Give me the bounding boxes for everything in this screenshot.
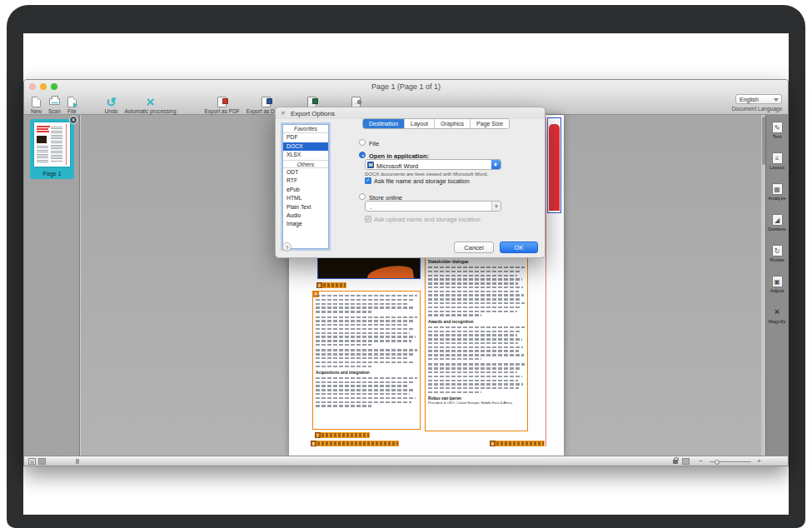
- zoom-slider[interactable]: [710, 461, 751, 462]
- paragraph: [316, 295, 417, 313]
- dialog-title: Export Options: [291, 110, 335, 117]
- tool-rotate[interactable]: ↻ Rotate: [766, 238, 788, 269]
- export-pdf-button[interactable]: → Export as PDF: [202, 93, 243, 115]
- tool-adjust[interactable]: ▣ Adjust: [766, 269, 788, 300]
- automatic-processing-button[interactable]: × Automatic processing: [121, 93, 179, 115]
- zoom-slider-thumb[interactable]: [715, 460, 720, 465]
- adjust-icon: ▣: [772, 276, 783, 287]
- dialog-close-icon[interactable]: ✕: [281, 110, 286, 117]
- paragraph: [316, 316, 417, 346]
- format-item-audio[interactable]: Audio: [283, 212, 328, 220]
- zone-tag-7[interactable]: 7: [315, 432, 370, 438]
- tab-layout[interactable]: Layout: [405, 119, 435, 128]
- dialog-title-bar: ✕ Export Options: [276, 107, 545, 119]
- others-header: Others: [283, 160, 328, 168]
- tool-analyze[interactable]: ▦ Analyze: [766, 177, 788, 207]
- zoom-in-button[interactable]: +: [757, 456, 761, 466]
- page-fold-line: [545, 117, 546, 446]
- zoom-out-button[interactable]: −: [699, 456, 703, 466]
- format-item-pdf[interactable]: PDF: [283, 133, 328, 142]
- zone-tag-9[interactable]: 9: [490, 441, 545, 446]
- store-online-radio[interactable]: [359, 193, 366, 200]
- paragraph: [428, 363, 525, 393]
- word-app-icon: W: [367, 162, 374, 168]
- text-zone-right[interactable]: Stakeholder dialogue Awards and recognit…: [425, 255, 528, 431]
- doc-heading: Acquisitions and integration: [316, 371, 417, 376]
- format-item-plain-text[interactable]: Plain Text: [283, 203, 328, 212]
- ask-file-checkbox[interactable]: ✓: [365, 177, 371, 184]
- export-options-dialog: ✕ Export Options Favorites PDF DOCX XLSX…: [275, 107, 545, 258]
- panel-resize-handle[interactable]: [76, 459, 79, 464]
- format-item-odt[interactable]: ODT: [283, 168, 328, 177]
- dialog-tabs: Destination Layout Graphics Page Size: [362, 118, 510, 129]
- window-title: Page 1 (Page 1 of 1): [24, 82, 788, 91]
- document-language-label: Document Language: [732, 106, 782, 112]
- help-button[interactable]: ?: [282, 242, 291, 252]
- ok-button[interactable]: OK: [500, 242, 538, 253]
- tool-text[interactable]: ✎ Text: [766, 115, 788, 146]
- cancel-button[interactable]: Cancel: [454, 242, 494, 253]
- doc-heading: Stakeholder dialogue: [428, 260, 525, 265]
- undo-button[interactable]: ↺ Undo: [102, 93, 122, 115]
- chevron-down-icon: [774, 98, 779, 102]
- view-mode-page-button[interactable]: ▢: [38, 458, 46, 465]
- tab-page-size[interactable]: Page Size: [471, 119, 509, 128]
- view-mode-list-button[interactable]: ▤: [28, 458, 36, 465]
- new-document-icon: [32, 95, 41, 108]
- lock-icon[interactable]: [673, 460, 678, 464]
- rotate-icon: ↻: [772, 245, 783, 257]
- format-item-docx[interactable]: DOCX: [283, 142, 328, 151]
- app-note: DOCX documents are best viewed with Micr…: [365, 172, 488, 177]
- store-online-dropdown[interactable]: -: [365, 201, 501, 212]
- export-docx-icon: →: [262, 95, 271, 108]
- thumbnail-panel: ✕ Page 1: [24, 115, 80, 457]
- paragraph: [428, 266, 525, 316]
- file-radio[interactable]: [359, 139, 366, 146]
- fit-page-button[interactable]: [682, 458, 690, 465]
- tools-panel: ✎ Text ≡ Layout ▦ Analyze ◢ Deskew: [765, 115, 788, 457]
- tool-magnify[interactable]: × Magnify: [766, 300, 788, 331]
- dropdown-stepper-icon: [491, 202, 501, 211]
- undo-icon: ↺: [106, 95, 117, 108]
- open-in-application-radio[interactable]: [359, 152, 366, 158]
- layout-icon: ≡: [772, 152, 783, 164]
- zone-tag-3[interactable]: 3: [316, 282, 346, 288]
- tab-destination[interactable]: Destination: [363, 119, 405, 128]
- tab-graphics[interactable]: Graphics: [435, 119, 471, 128]
- format-item-rtf[interactable]: RTF: [283, 177, 328, 185]
- ask-upload-label: Ask upload name and storage location: [374, 216, 481, 223]
- ask-file-label: Ask file name and storage location: [374, 177, 470, 185]
- new-button[interactable]: New: [27, 93, 45, 115]
- zone-tag-8[interactable]: 8: [311, 441, 399, 446]
- page-thumbnail[interactable]: ✕ Page 1: [30, 119, 74, 179]
- scan-button[interactable]: Scan: [45, 93, 64, 115]
- export-pdf-icon: →: [217, 95, 227, 108]
- format-item-xlsx[interactable]: XLSX: [283, 151, 328, 159]
- thumbnail-preview: [34, 122, 70, 167]
- display-bezel: Page 1 (Page 1 of 1) New: [7, 5, 805, 528]
- deskew-icon: ◢: [772, 214, 783, 226]
- paragraph: [316, 349, 417, 367]
- tool-layout[interactable]: ≡ Layout: [766, 146, 788, 177]
- file-button[interactable]: File: [64, 93, 80, 115]
- tool-deskew[interactable]: ◢ Deskew: [766, 207, 788, 238]
- magnify-icon: ×: [772, 306, 783, 318]
- format-list: Favorites PDF DOCX XLSX Others ODT RTF e…: [282, 124, 329, 249]
- status-bar: ▤ ▢ − +: [24, 456, 788, 466]
- document-language-select[interactable]: English: [735, 94, 782, 104]
- format-item-epub[interactable]: ePub: [283, 186, 328, 194]
- favorites-header: Favorites: [283, 125, 328, 133]
- format-item-html[interactable]: HTML: [283, 194, 328, 202]
- image-zone-right[interactable]: [547, 117, 561, 213]
- analyze-icon: ▦: [772, 183, 783, 195]
- text-zone-left[interactable]: 4 Acquisitions and integration: [312, 291, 421, 430]
- thumbnail-close-icon[interactable]: ✕: [69, 116, 77, 124]
- format-item-image[interactable]: Image: [283, 220, 328, 228]
- thumbnail-label: Page 1: [30, 171, 74, 177]
- paragraph: [428, 326, 525, 361]
- signature-title: President & CEO, Canon Europe, Middle Ea…: [428, 401, 525, 405]
- text-icon: ✎: [772, 122, 783, 133]
- doc-heading: Awards and recognition: [428, 320, 525, 325]
- screen: Page 1 (Page 1 of 1) New: [23, 33, 789, 515]
- application-dropdown[interactable]: W Microsoft Word: [365, 159, 501, 170]
